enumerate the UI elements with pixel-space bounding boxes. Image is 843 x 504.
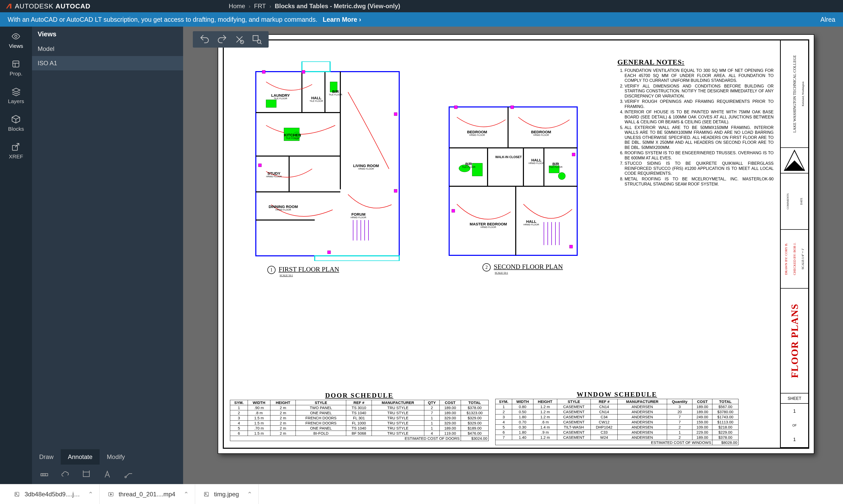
svg-rect-63 xyxy=(569,245,572,248)
properties-icon xyxy=(11,59,20,69)
left-rail: Views Prop. Layers Blocks XREF xyxy=(0,26,32,484)
svg-rect-60 xyxy=(511,106,514,109)
svg-point-0 xyxy=(15,35,17,38)
autodesk-logo-icon xyxy=(5,3,12,10)
tab-annotate[interactable]: Annotate xyxy=(61,449,100,465)
chevron-right-icon: › xyxy=(248,3,251,9)
drawing-sheet: LAUNDRYTILE FLOOR HALLTILE FLOOR B/RTILE… xyxy=(218,34,814,454)
svg-rect-36 xyxy=(262,70,265,73)
breadcrumb-file: Blocks and Tables - Metric.dwg (View-onl… xyxy=(275,3,400,10)
chevron-up-icon[interactable]: ⌃ xyxy=(88,491,93,498)
rail-layers[interactable]: Layers xyxy=(8,87,24,104)
svg-point-70 xyxy=(16,493,17,494)
svg-rect-41 xyxy=(328,251,331,254)
svg-rect-62 xyxy=(452,209,455,212)
video-file-icon xyxy=(108,491,114,497)
svg-marker-4 xyxy=(12,88,20,92)
undo-icon[interactable] xyxy=(200,34,210,44)
svg-rect-1 xyxy=(13,61,19,67)
promo-right-text: Alrea xyxy=(821,16,835,23)
svg-rect-7 xyxy=(41,473,48,476)
svg-point-58 xyxy=(558,173,565,180)
door-schedule-table: SYM.WIDTHHEIGHTSTYLEREF #MANUFACTURERQTY… xyxy=(230,400,488,441)
os-taskbar: 3db48e4d5bd9....j… ⌃ thread_0_201....mp4… xyxy=(0,484,843,504)
tab-modify[interactable]: Modify xyxy=(100,449,132,465)
svg-rect-30 xyxy=(302,61,330,72)
tab-draw[interactable]: Draw xyxy=(32,449,61,465)
title-block: LAKE WASHINGTON TECHNICAL COLLEGE Kirkla… xyxy=(780,40,808,448)
second-floor-title: 2SECOND FLOOR PLAN SCALE 50:1 xyxy=(482,263,563,274)
canvas-area[interactable]: LAUNDRYTILE FLOOR HALLTILE FLOOR B/RTILE… xyxy=(183,26,843,484)
rect-icon[interactable] xyxy=(82,470,91,479)
general-notes: GENERAL NOTES: FOUNDATION VENTILATION EQ… xyxy=(617,58,774,187)
zoom-window-icon[interactable] xyxy=(252,34,262,44)
chevron-up-icon[interactable]: ⌃ xyxy=(247,491,252,498)
layers-icon xyxy=(12,87,21,96)
taskbar-file-2[interactable]: thread_0_201....mp4 ⌃ xyxy=(102,484,195,504)
svg-rect-18 xyxy=(253,36,258,41)
svg-rect-61 xyxy=(572,153,575,156)
svg-rect-39 xyxy=(258,164,261,167)
drawing-frame: LAUNDRYTILE FLOOR HALLTILE FLOOR B/RTILE… xyxy=(223,39,809,449)
blocks-icon xyxy=(11,114,20,124)
svg-point-14 xyxy=(125,476,126,478)
rail-properties[interactable]: Prop. xyxy=(10,59,22,77)
svg-point-74 xyxy=(205,493,206,494)
breadcrumb-home[interactable]: Home xyxy=(229,3,245,10)
chevron-right-icon: › xyxy=(270,3,271,9)
view-item-model[interactable]: Model xyxy=(32,42,183,56)
svg-rect-47 xyxy=(449,107,577,255)
app-logo: AUTODESK AUTOCAD xyxy=(5,2,90,10)
svg-rect-32 xyxy=(266,100,276,107)
door-schedule: DOOR SCHEDULE SYM.WIDTHHEIGHTSTYLEREF #M… xyxy=(230,392,488,441)
promo-text: With an AutoCAD or AutoCAD LT subscripti… xyxy=(8,16,317,23)
first-floor-plan: LAUNDRYTILE FLOOR HALLTILE FLOOR B/RTILE… xyxy=(251,61,405,261)
svg-rect-11 xyxy=(83,472,89,476)
window-schedule: WINDOW SCHEDULE SYM.WIDTHHEIGHTSTYLEREF … xyxy=(495,391,739,445)
rail-xref[interactable]: XREF xyxy=(9,142,23,160)
image-file-icon xyxy=(203,491,209,497)
rail-blocks[interactable]: Blocks xyxy=(8,114,24,132)
annotate-tools xyxy=(32,465,183,484)
promo-banner: With an AutoCAD or AutoCAD LT subscripti… xyxy=(0,12,843,26)
xref-icon xyxy=(11,142,20,151)
rail-views[interactable]: Views xyxy=(9,32,23,49)
erase-icon[interactable] xyxy=(234,34,244,44)
app-title-bar: AUTODESK AUTOCAD Home › FRT › Blocks and… xyxy=(0,0,843,12)
taskbar-file-1[interactable]: 3db48e4d5bd9....j… ⌃ xyxy=(8,484,100,504)
eye-icon xyxy=(11,32,20,41)
canvas-toolbar xyxy=(193,31,269,48)
bottom-tabs: Draw Annotate Modify xyxy=(32,449,183,465)
breadcrumb-folder[interactable]: FRT xyxy=(254,3,266,10)
notes-list: FOUNDATION VENTILATION EQUAL TO 300 SQ M… xyxy=(617,68,774,186)
cloud-icon[interactable] xyxy=(61,470,70,479)
views-panel: Views Model ISO A1 Draw Annotate Modify xyxy=(32,26,183,484)
redo-icon[interactable] xyxy=(217,34,227,44)
view-item-iso-a1[interactable]: ISO A1 xyxy=(32,56,183,70)
first-floor-title: 1FIRST FLOOR PLAN SCALE 50:1 xyxy=(267,266,339,277)
breadcrumb: Home › FRT › Blocks and Tables - Metric.… xyxy=(229,3,400,10)
text-icon[interactable] xyxy=(103,470,112,479)
svg-marker-72 xyxy=(110,493,112,495)
svg-rect-38 xyxy=(394,112,397,115)
svg-point-19 xyxy=(257,40,261,43)
window-schedule-table: SYM.WIDTHHEIGHTSTYLEREF #MANUFACTURERQua… xyxy=(495,399,739,445)
svg-rect-37 xyxy=(302,70,305,73)
image-file-icon xyxy=(14,491,20,497)
learn-more-link[interactable]: Learn More › xyxy=(323,16,361,23)
dimension-icon[interactable] xyxy=(40,470,49,479)
svg-rect-59 xyxy=(454,106,457,109)
svg-rect-40 xyxy=(394,189,397,192)
svg-line-20 xyxy=(260,43,261,44)
second-floor-plan: BEDROOMHRWD FLOOR BEDROOMHRWD FLOOR WALK… xyxy=(447,102,580,260)
svg-rect-31 xyxy=(315,256,399,261)
taskbar-file-3[interactable]: timg.jpeg ⌃ xyxy=(197,484,259,504)
leader-icon[interactable] xyxy=(124,470,133,479)
panel-header: Views xyxy=(32,26,183,42)
notes-title: GENERAL NOTES: xyxy=(617,58,774,67)
chevron-up-icon[interactable]: ⌃ xyxy=(184,491,189,498)
